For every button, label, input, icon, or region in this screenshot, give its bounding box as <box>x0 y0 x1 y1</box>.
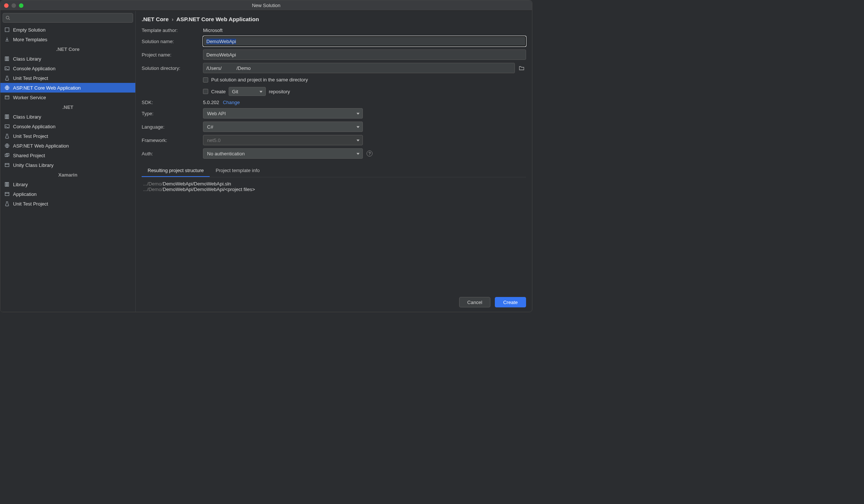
sidebar-item-class-library-net[interactable]: Class Library <box>0 112 135 122</box>
svg-rect-8 <box>5 96 9 99</box>
solution-name-label: Solution name: <box>142 39 199 44</box>
shared-icon <box>4 152 10 158</box>
globe-icon <box>4 85 10 91</box>
sidebar-item-label: Application <box>13 191 37 197</box>
framework-label: Framework: <box>142 138 199 143</box>
window-title: New Solution <box>0 3 532 8</box>
sidebar-item-unity-class-library[interactable]: Unity Class Library <box>0 160 135 170</box>
svg-rect-3 <box>5 57 6 61</box>
cancel-button[interactable]: Cancel <box>459 297 490 307</box>
sidebar-item-unit-test-project[interactable]: Unit Test Project <box>0 73 135 83</box>
sidebar-item-more-templates[interactable]: More Templates <box>0 35 135 44</box>
sidebar-item-label: ASP.NET Core Web Application <box>13 85 81 91</box>
svg-point-0 <box>6 16 9 19</box>
sidebar-item-aspnet-core-web-application[interactable]: ASP.NET Core Web Application <box>0 83 135 93</box>
sidebar-item-xamarin-library[interactable]: Library <box>0 180 135 189</box>
window-icon <box>4 94 10 100</box>
language-label: Language: <box>142 124 199 130</box>
breadcrumb-root: .NET Core <box>142 16 169 22</box>
close-window-button[interactable] <box>4 3 9 8</box>
test-icon <box>4 75 10 81</box>
language-select[interactable]: C# <box>203 122 363 132</box>
sidebar-item-label: Empty Solution <box>13 27 45 33</box>
library-icon <box>4 114 10 120</box>
empty-icon <box>4 27 10 33</box>
dialog-footer: Cancel Create <box>142 292 526 307</box>
sidebar-item-xamarin-application[interactable]: Application <box>0 189 135 199</box>
sidebar-item-label: Library <box>13 182 28 187</box>
sdk-change-link[interactable]: Change <box>223 100 240 105</box>
same-directory-checkbox[interactable] <box>203 77 208 83</box>
download-icon <box>4 36 10 42</box>
breadcrumb-leaf: ASP.NET Core Web Application <box>176 16 259 22</box>
sidebar-item-label: Console Application <box>13 124 55 129</box>
sidebar-item-console-application[interactable]: Console Application <box>0 64 135 73</box>
globe-icon <box>4 143 10 149</box>
framework-select[interactable]: net5.0 <box>203 135 363 145</box>
zoom-window-button[interactable] <box>19 3 23 8</box>
vcs-select[interactable]: Git <box>229 87 266 96</box>
sidebar-item-label: Console Application <box>13 66 55 71</box>
auth-select[interactable]: No authentication <box>203 148 363 159</box>
svg-rect-12 <box>8 115 9 119</box>
project-name-label: Project name: <box>142 52 199 58</box>
solution-name-input[interactable] <box>203 36 526 46</box>
search-icon <box>6 16 10 20</box>
console-icon <box>4 65 10 71</box>
sidebar-item-label: Unity Class Library <box>13 162 54 168</box>
result-line: .../Demo/DemoWebApi/DemoWebApi/<project … <box>143 187 525 192</box>
solution-directory-input[interactable] <box>203 63 515 73</box>
window-controls <box>4 3 23 8</box>
chevron-right-icon: › <box>170 16 175 22</box>
titlebar: New Solution <box>0 0 532 11</box>
test-icon <box>4 133 10 139</box>
type-select[interactable]: Web API <box>203 108 363 119</box>
help-icon[interactable]: ? <box>367 151 373 156</box>
svg-rect-19 <box>5 182 6 187</box>
sidebar-item-label: More Templates <box>13 37 47 42</box>
sidebar-item-aspnet-web-application[interactable]: ASP.NET Web Application <box>0 141 135 151</box>
svg-rect-17 <box>5 164 9 167</box>
sidebar-item-empty-solution[interactable]: Empty Solution <box>0 25 135 35</box>
svg-rect-2 <box>5 28 9 32</box>
create-repo-row: Create Git repository <box>203 86 526 97</box>
sidebar-item-worker-service[interactable]: Worker Service <box>0 93 135 102</box>
sidebar-item-label: Unit Test Project <box>13 201 48 207</box>
create-repo-label: Create <box>211 89 226 94</box>
sidebar-item-label: Worker Service <box>13 95 46 100</box>
svg-rect-22 <box>5 193 9 196</box>
console-icon <box>4 123 10 129</box>
sidebar-item-label: Unit Test Project <box>13 75 48 81</box>
result-tabs: Resulting project structure Project temp… <box>142 165 526 177</box>
svg-rect-4 <box>6 57 7 61</box>
template-author-value: Microsoft <box>203 28 526 33</box>
window-icon <box>4 191 10 197</box>
test-icon <box>4 201 10 207</box>
sidebar-item-class-library[interactable]: Class Library <box>0 54 135 64</box>
browse-folder-button[interactable] <box>517 64 526 72</box>
window-icon <box>4 162 10 168</box>
svg-rect-5 <box>8 57 9 61</box>
sidebar-item-xamarin-unit-test-project[interactable]: Unit Test Project <box>0 199 135 209</box>
tab-resulting-structure[interactable]: Resulting project structure <box>142 165 210 177</box>
repository-suffix: repository <box>269 89 290 94</box>
same-directory-checkbox-row[interactable]: Put solution and project in the same dir… <box>203 76 526 83</box>
main-panel: .NET Core › ASP.NET Core Web Application… <box>136 11 532 312</box>
svg-line-1 <box>9 19 10 20</box>
sidebar-item-label: Shared Project <box>13 153 45 158</box>
tab-template-info[interactable]: Project template info <box>210 165 266 177</box>
sidebar-group-net-core: .NET Core <box>0 44 135 54</box>
sidebar-group-net: .NET <box>0 102 135 112</box>
sidebar-item-unit-test-project-net[interactable]: Unit Test Project <box>0 131 135 141</box>
create-button[interactable]: Create <box>495 297 526 307</box>
create-repo-checkbox[interactable] <box>203 89 208 94</box>
same-directory-label: Put solution and project in the same dir… <box>211 77 308 83</box>
search-input[interactable] <box>3 13 133 23</box>
new-solution-window: New Solution Empty Solution <box>0 0 532 312</box>
library-icon <box>4 56 10 62</box>
project-name-input[interactable] <box>203 49 526 60</box>
sidebar-item-shared-project[interactable]: Shared Project <box>0 151 135 160</box>
sidebar-item-console-application-net[interactable]: Console Application <box>0 122 135 131</box>
sidebar-group-xamarin: Xamarin <box>0 170 135 180</box>
minimize-window-button[interactable] <box>12 3 16 8</box>
